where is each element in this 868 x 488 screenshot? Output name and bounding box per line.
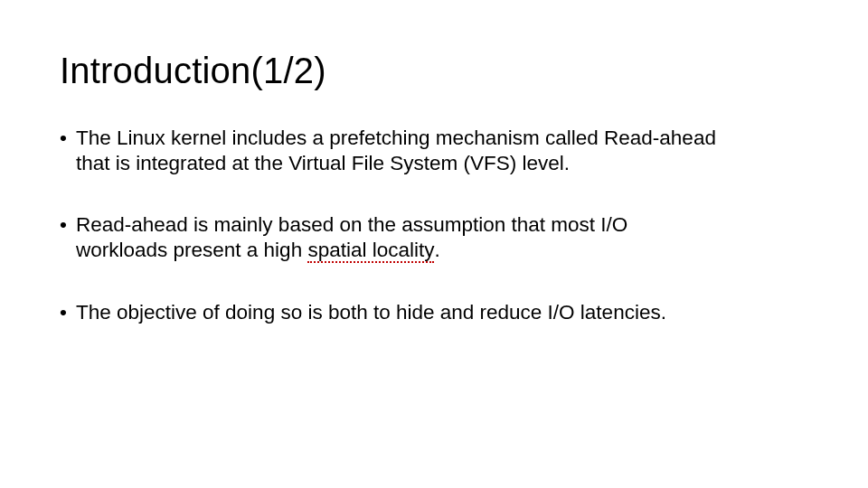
- bullet-item: The objective of doing so is both to hid…: [60, 300, 808, 325]
- bullet-text-line1: The objective of doing so is both to hid…: [76, 301, 666, 324]
- bullet-text-fragment: .: [434, 239, 439, 261]
- bullet-text-line2: workloads present a high spatial localit…: [76, 238, 808, 263]
- bullet-text-fragment: workloads present a high: [76, 239, 307, 261]
- bullet-text-line1: The Linux kernel includes a prefetching …: [76, 127, 716, 149]
- bullet-text-line2: that is integrated at the Virtual File S…: [76, 151, 808, 176]
- slide: Introduction(1/2) The Linux kernel inclu…: [0, 0, 868, 325]
- bullet-text-line1: Read-ahead is mainly based on the assump…: [76, 213, 627, 236]
- spellcheck-underline: spatial locality: [307, 240, 434, 263]
- slide-title: Introduction(1/2): [60, 51, 808, 91]
- bullet-list: The Linux kernel includes a prefetching …: [60, 126, 808, 325]
- bullet-item: Read-ahead is mainly based on the assump…: [60, 212, 808, 263]
- bullet-item: The Linux kernel includes a prefetching …: [60, 126, 808, 176]
